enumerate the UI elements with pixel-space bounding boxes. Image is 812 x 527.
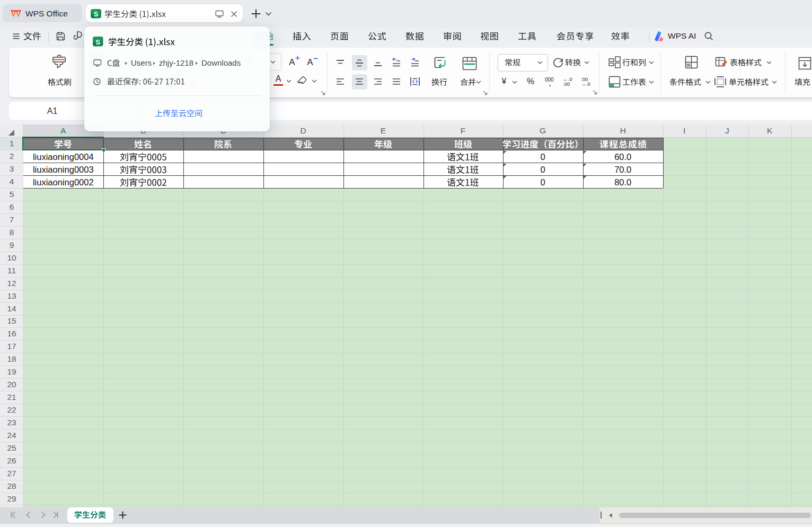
svg-text:S: S [93, 10, 98, 18]
svg-text:.00: .00 [563, 81, 570, 87]
svg-text:S: S [96, 38, 101, 46]
svg-text:→.0: →.0 [581, 81, 590, 87]
svg-text:,: , [549, 81, 551, 87]
